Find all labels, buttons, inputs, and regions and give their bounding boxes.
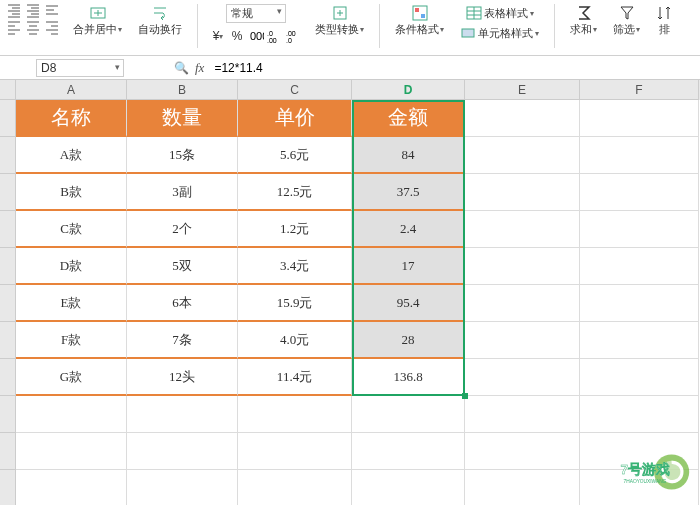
cell[interactable] [465,137,580,174]
cell[interactable] [465,285,580,322]
header-amount[interactable]: 金额 [352,100,465,137]
colhdr-F[interactable]: F [580,80,699,100]
cell[interactable]: F款 [16,322,127,359]
cell[interactable]: 136.8 [352,359,465,396]
increase-decimal-icon[interactable]: .0.00 [267,29,283,43]
cell[interactable]: 37.5 [352,174,465,211]
header-price[interactable]: 单价 [238,100,352,137]
cell[interactable] [465,322,580,359]
rowhdr-4[interactable] [0,211,16,248]
cell[interactable]: 3.4元 [238,248,352,285]
filter-button[interactable]: 筛选▾ [610,4,643,38]
decrease-decimal-icon[interactable]: .00.0 [286,29,302,43]
formula-input[interactable] [210,60,410,76]
rowhdr-5[interactable] [0,248,16,285]
cell[interactable] [580,285,699,322]
wrap-text-button[interactable]: 自动换行 [135,4,185,38]
search-icon[interactable]: 🔍 [174,61,189,75]
cell[interactable] [465,470,580,505]
cell[interactable]: 1.2元 [238,211,352,248]
merge-center-button[interactable]: 合并居中▾ [70,4,125,38]
cell[interactable]: 12.5元 [238,174,352,211]
name-box[interactable]: D8 [36,59,124,77]
cell[interactable]: C款 [16,211,127,248]
sort-button[interactable]: 排 [653,4,675,38]
cell[interactable] [580,322,699,359]
cell[interactable] [580,137,699,174]
cell[interactable] [580,100,699,137]
cell[interactable] [16,433,127,470]
cell[interactable] [580,248,699,285]
cell[interactable]: 12头 [127,359,238,396]
rowhdr-6[interactable] [0,285,16,322]
rowhdr-2[interactable] [0,137,16,174]
cell[interactable] [238,396,352,433]
cell[interactable]: 5.6元 [238,137,352,174]
cell[interactable] [465,174,580,211]
cell[interactable]: G款 [16,359,127,396]
cell[interactable] [352,470,465,505]
rowhdr-7[interactable] [0,322,16,359]
cell[interactable]: D款 [16,248,127,285]
select-all-corner[interactable] [0,80,16,100]
cell[interactable] [465,211,580,248]
comma-icon[interactable]: 000 [248,29,264,43]
colhdr-A[interactable]: A [16,80,127,100]
cell[interactable] [465,248,580,285]
percent-icon[interactable]: % [229,29,245,43]
cell[interactable] [127,433,238,470]
cell[interactable]: 15.9元 [238,285,352,322]
cell[interactable] [238,433,352,470]
cell[interactable] [16,396,127,433]
cell[interactable]: B款 [16,174,127,211]
decrease-indent-icon[interactable] [6,4,22,18]
currency-icon[interactable]: ¥▾ [210,29,226,43]
rowhdr-1[interactable] [0,100,16,137]
cell[interactable] [465,359,580,396]
header-qty[interactable]: 数量 [127,100,238,137]
cell[interactable]: 6本 [127,285,238,322]
rowhdr-8[interactable] [0,359,16,396]
type-convert-button[interactable]: 类型转换▾ [312,4,367,38]
rowhdr-11[interactable] [0,470,16,505]
cell[interactable] [580,359,699,396]
cell[interactable]: 95.4 [352,285,465,322]
cell[interactable]: 7条 [127,322,238,359]
rowhdr-10[interactable] [0,433,16,470]
cell[interactable] [16,470,127,505]
align-icon[interactable] [44,4,60,18]
cell[interactable]: 84 [352,137,465,174]
table-style-button[interactable]: 表格样式▾ [463,4,537,22]
cell[interactable] [465,433,580,470]
cell[interactable]: A款 [16,137,127,174]
align-center-icon[interactable] [25,20,41,34]
cell[interactable]: 11.4元 [238,359,352,396]
cell[interactable]: 5双 [127,248,238,285]
sum-button[interactable]: 求和▾ [567,4,600,38]
increase-indent-icon[interactable] [25,4,41,18]
rowhdr-3[interactable] [0,174,16,211]
conditional-format-button[interactable]: 条件格式▾ [392,4,447,38]
cell[interactable]: 4.0元 [238,322,352,359]
cell[interactable] [127,470,238,505]
cell[interactable]: 28 [352,322,465,359]
cell-style-button[interactable]: 单元格样式▾ [457,24,542,42]
cell[interactable] [352,433,465,470]
number-format-combo[interactable]: 常规 [226,4,286,23]
fill-handle[interactable] [462,393,468,399]
cell[interactable]: 15条 [127,137,238,174]
cell[interactable] [580,174,699,211]
cell[interactable] [465,100,580,137]
colhdr-C[interactable]: C [238,80,352,100]
cell[interactable] [127,396,238,433]
cell[interactable] [465,396,580,433]
align-right-icon[interactable] [44,20,60,34]
cell[interactable] [580,211,699,248]
cell[interactable]: 2个 [127,211,238,248]
cell[interactable] [238,470,352,505]
fx-icon[interactable]: fx [195,60,204,76]
rowhdr-9[interactable] [0,396,16,433]
cell[interactable]: E款 [16,285,127,322]
colhdr-B[interactable]: B [127,80,238,100]
cell[interactable] [580,396,699,433]
